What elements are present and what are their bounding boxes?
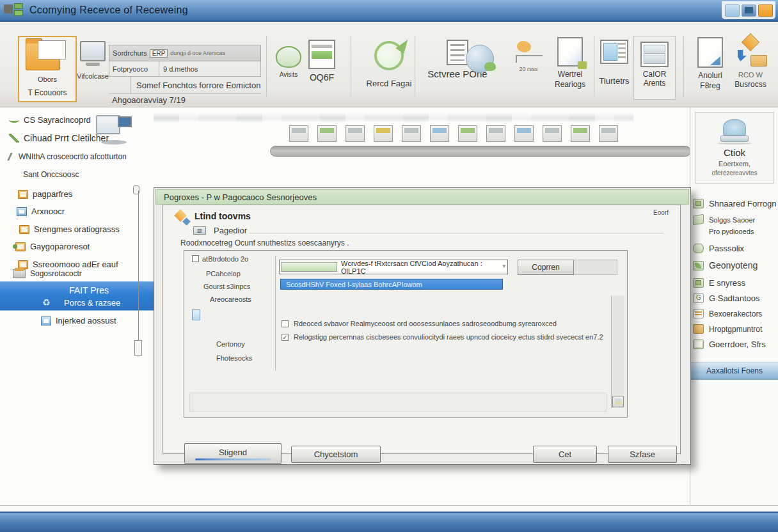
toolbar-button-wertrel[interactable]: Wertrel Reariogs bbox=[552, 37, 589, 89]
right-panel-item[interactable]: Passsolix bbox=[693, 244, 744, 253]
cet-button[interactable]: Cet bbox=[533, 446, 597, 463]
folder-green-icon bbox=[693, 340, 704, 349]
recycle-icon: ♻ bbox=[42, 297, 52, 308]
dialog-heading: Ltind toovms bbox=[194, 211, 251, 221]
card-line: Eoertxem, bbox=[695, 160, 774, 168]
minimize-button[interactable] bbox=[725, 4, 740, 17]
sketch-icon bbox=[374, 125, 393, 142]
sidebar-item[interactable]: Injerked aossust bbox=[41, 316, 116, 325]
right-panel-item[interactable]: Hroptgpmuntrot bbox=[693, 324, 762, 334]
checkbox-checked[interactable]: ✓ bbox=[282, 334, 289, 341]
sketch-icon bbox=[317, 125, 337, 142]
window-panes-icon bbox=[600, 40, 628, 64]
folder-icon bbox=[19, 225, 29, 234]
sidebar-item[interactable]: Arxnoocr bbox=[17, 207, 65, 216]
sidebar-item[interactable]: Gaygoparoresot bbox=[15, 242, 90, 251]
toolbar-field-row3[interactable]: Somef Fonchtos forrore Eomicton bbox=[131, 77, 261, 93]
toolbar-button-rercd-fagai[interactable]: Rercd Fagai bbox=[363, 41, 415, 88]
szfase-button[interactable]: Szfase bbox=[608, 446, 677, 463]
right-panel-item[interactable]: Goerrdoer, Sfrs bbox=[693, 340, 766, 349]
field-cell: 9 d.methos bbox=[159, 65, 198, 73]
close-button[interactable] bbox=[758, 4, 773, 17]
bottom-status-bar bbox=[0, 512, 778, 532]
toolbar-field-row2[interactable]: Fotpryooco 9 d.methos bbox=[109, 61, 261, 77]
sketch-icon bbox=[458, 125, 477, 142]
right-panel-item[interactable]: Bexoerakectors bbox=[693, 309, 762, 318]
stigend-button[interactable]: Stigend bbox=[184, 443, 282, 464]
scanner-icon bbox=[718, 119, 751, 145]
checkbox-row[interactable]: Rdeoced svbavor Realmyceoost ord ooosess… bbox=[282, 320, 614, 327]
document-icon bbox=[17, 207, 27, 216]
connector-line bbox=[138, 191, 139, 356]
ribbon-toolbar: Obors T Ecouoors Vifcolcase Sordrchurs E… bbox=[0, 22, 778, 107]
toolbar-button-vifcolcase[interactable]: Vifcolcase bbox=[77, 41, 109, 80]
toolbar-search-field[interactable]: Sordrchurs ERP dungji d oce Arenicas bbox=[109, 45, 261, 61]
scrollbar-corner-button[interactable] bbox=[612, 396, 624, 407]
toolbar-button-avisits[interactable]: Avisits bbox=[274, 46, 303, 78]
divider-line bbox=[275, 256, 276, 371]
main-area: CS Sayracincoprd Cihuad Prrt Cletilcher … bbox=[0, 107, 778, 505]
toolbar-button-rcow[interactable]: RCO W Busrocss bbox=[731, 36, 770, 89]
sidebar-item[interactable]: pagparfres bbox=[18, 189, 72, 199]
field-hint: dungji d oce Arenicas bbox=[170, 50, 225, 56]
sidebar-item[interactable]: CS Sayracincoprd bbox=[9, 115, 91, 125]
checkbox[interactable] bbox=[192, 255, 199, 262]
selected-list-item[interactable]: ScosdHShV Foxed I-sylaas BohrcAPIowom bbox=[280, 279, 503, 290]
sketch-icon bbox=[486, 125, 505, 142]
sketch-icon bbox=[514, 125, 534, 142]
right-panel-item[interactable]: G Sadtantoos bbox=[693, 293, 760, 303]
sidebar-item[interactable]: Sant Onccsoosc bbox=[23, 170, 79, 179]
vertical-scrollbar[interactable] bbox=[611, 295, 624, 408]
leaf-icon bbox=[693, 261, 704, 270]
maximize-button[interactable] bbox=[742, 4, 756, 17]
toolbar-button-globe[interactable] bbox=[464, 45, 495, 73]
group-label: atBtrdotodo 2o bbox=[202, 255, 248, 263]
divider-line bbox=[250, 233, 664, 233]
sidebar-selected-item[interactable]: FAIT Pres ♻ Porcs & razsee bbox=[0, 281, 155, 311]
checkbox[interactable] bbox=[282, 320, 289, 327]
sidebar-item[interactable]: WNIthA crosceocrtlo afcotturton bbox=[9, 152, 127, 161]
sidebar-item[interactable]: Ssreoomooo adEr eauf bbox=[18, 260, 118, 269]
dialog-description: Roodxnocetreg Ocunf snuthestizs soescaan… bbox=[180, 239, 349, 247]
right-panel-footer-header[interactable]: Aaxallotsi Foens bbox=[690, 362, 778, 380]
path-input[interactable]: Wcrvdes-f tRxtcrsacn CfVCiod Aoyzathucan… bbox=[279, 260, 508, 274]
field-cell: Fotpryooco bbox=[109, 61, 159, 76]
scribble-icon bbox=[9, 134, 19, 143]
toolbar-button-caior[interactable]: CaIOR Arents bbox=[633, 36, 676, 100]
document-g-icon bbox=[693, 293, 704, 303]
sketch-icon bbox=[402, 125, 421, 142]
title-bar: Ccomying Recevce of Receweing bbox=[0, 0, 778, 22]
checkbox-row[interactable]: ✓ Relogstigg percernnas ciscbesees convu… bbox=[282, 333, 614, 341]
horizontal-scrollbar[interactable] bbox=[270, 146, 691, 157]
right-panel-card[interactable]: Ctiok Eoertxem, oferezereavvtes bbox=[695, 112, 774, 184]
button-extension bbox=[574, 260, 617, 275]
dialog-window-icon bbox=[640, 42, 669, 67]
toolbar-button-anolurl[interactable]: Anolurl F8reg bbox=[694, 37, 727, 90]
desk-icon bbox=[516, 40, 541, 63]
toolbar-button-tiurtetrs[interactable]: Tiurtetrs bbox=[596, 40, 632, 86]
workflow-icon bbox=[734, 36, 767, 68]
toolbar-field-row4[interactable]: Ahgoaoravviay 7/19 bbox=[109, 93, 261, 106]
sidebar-item[interactable]: Cihuad Prrt Cletilcher bbox=[9, 133, 109, 143]
toolbar-button-20rsss[interactable]: 20 rsss bbox=[509, 40, 548, 72]
chycetstom-button[interactable]: Chycetstom bbox=[291, 446, 381, 463]
dialog-subheading-row: ▧ Pagedior bbox=[193, 226, 247, 235]
dialog-groupbox: atBtrdotodo 2o PCahcelop Gourst s3inpcs … bbox=[184, 250, 628, 418]
right-panel-item[interactable]: Pro pydiooeds bbox=[709, 228, 754, 235]
toolbar-group-documents[interactable]: Obors T Ecouoors bbox=[18, 36, 77, 102]
dialog-title-bar[interactable]: Pogroxes - P w Pagocaoco Sesnorjeoves bbox=[155, 189, 689, 205]
dialog-subheading: Pagedior bbox=[214, 226, 247, 235]
right-panel-item[interactable]: Geonyoteng bbox=[693, 260, 758, 270]
sidebar-item[interactable]: Sogosrotacoctr bbox=[13, 269, 82, 278]
card-title: Ctiok bbox=[695, 147, 774, 158]
group-label: Certonoy bbox=[216, 340, 245, 348]
toolbar-button-oq6f[interactable]: OQ6F bbox=[306, 40, 338, 82]
book-icon bbox=[693, 214, 704, 225]
sidebar-item[interactable]: Srengmes oratiograsss bbox=[19, 224, 120, 234]
copy-button[interactable]: Coprren bbox=[518, 260, 574, 275]
list-bottom-strip bbox=[189, 393, 607, 412]
sketch-icon bbox=[599, 125, 618, 142]
right-panel-item[interactable]: E snyress bbox=[693, 278, 745, 288]
right-panel-item[interactable]: Solggs Saooer bbox=[693, 215, 755, 224]
right-panel-item[interactable]: Shnaared Forrogn bbox=[693, 199, 777, 208]
